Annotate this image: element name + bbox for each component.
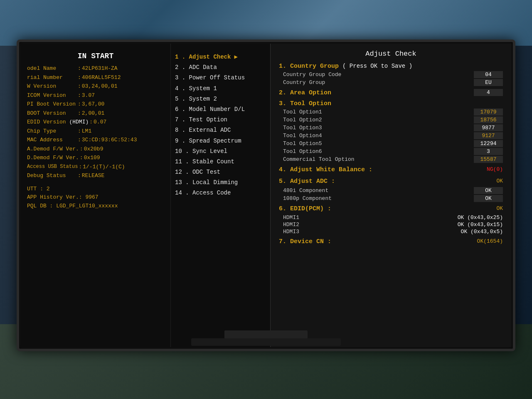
white-balance-label: 4. Adjust White Balance : xyxy=(279,166,372,173)
hdmi2-row: HDMI2 OK (0x43,0x15) xyxy=(279,222,503,228)
menu-item-model-number[interactable]: 6 . Model Number D/L xyxy=(175,104,266,115)
mac-address-value: 3C:CD:93:6C:52:43 xyxy=(82,136,137,144)
edid-label: 6. EDID(PCM) : xyxy=(279,205,331,212)
menu-item-label-2: 2 . ADC Data xyxy=(175,62,217,73)
a-demod-value: 0x20b9 xyxy=(84,145,103,153)
1080p-component-value: OK xyxy=(474,195,503,202)
d-demod-row: D.Demod F/W Ver. : 0x109 xyxy=(27,154,164,162)
app-history-label: APP History Ver.: 9967 xyxy=(27,193,164,202)
model-name-label: odel Name xyxy=(27,64,77,73)
menu-item-stable-count[interactable]: 11 . Stable Count xyxy=(175,157,266,167)
480i-component-value: OK xyxy=(474,187,503,194)
edid-header-row: 6. EDID(PCM) : OK xyxy=(279,203,503,214)
edid-version-label: EDID Version (HDMI) xyxy=(27,118,89,126)
pi-boot-label: PI Boot Version xyxy=(27,100,77,108)
tool-option3-row: Tool Option3 9877 xyxy=(279,124,503,131)
menu-item-system1[interactable]: 4 . System 1 xyxy=(175,84,266,94)
press-ok-label: ( Press OK to Save ) xyxy=(342,63,412,69)
debug-status-row: Debug Status : RELEASE xyxy=(27,172,164,180)
adjust-adc-value: OK xyxy=(470,178,503,184)
commercial-tool-option-value: 15587 xyxy=(474,156,503,163)
menu-item-local-dimming[interactable]: 13 . Local Dimming xyxy=(175,177,266,188)
utt-label: UTT : 2 xyxy=(27,185,164,194)
menu-item-adjust-check[interactable]: 1 . Adjust Check ▶ xyxy=(175,52,266,62)
in-start-title: IN START xyxy=(27,52,164,60)
device-cn-label: 7. Device CN : xyxy=(279,238,331,245)
tool-option2-label: Tool Option2 xyxy=(279,117,474,123)
edid-value: OK xyxy=(470,205,503,212)
menu-item-spread-spectrum[interactable]: 9 . Spread Spectrum xyxy=(175,136,266,146)
boot-version-row: BOOT Version : 2,00,01 xyxy=(27,109,164,118)
access-usb-label: Access USB Status xyxy=(27,163,78,171)
tool-option4-value: 9127 xyxy=(474,132,503,139)
menu-item-external-adc[interactable]: 8 . External ADC xyxy=(175,125,266,135)
country-group-code-value: 04 xyxy=(474,71,503,78)
area-option-label: 2. Area Option xyxy=(279,89,331,96)
menu-item-power-off[interactable]: 3 . Power Off Status xyxy=(175,73,266,83)
debug-status-label: Debug Status xyxy=(27,172,77,180)
country-group-code-label: Country Group Code xyxy=(279,71,474,78)
area-option-row: 2. Area Option 4 xyxy=(279,87,503,98)
tool-option1-label: Tool Option1 xyxy=(279,109,474,115)
hdmi2-label: HDMI2 xyxy=(279,222,458,228)
commercial-tool-option-label: Commercial Tool Option xyxy=(279,156,474,163)
menu-item-label-12: 12 . ODC Test xyxy=(175,167,220,177)
menu-item-label-5: 5 . System 2 xyxy=(175,94,217,104)
model-name-value: 42LP631H-ZA xyxy=(82,64,118,73)
icom-version-label: ICOM Version xyxy=(27,91,77,100)
debug-status-value: RELEASE xyxy=(82,172,105,180)
mac-address-label: MAC Address xyxy=(27,136,77,144)
tool-option3-label: Tool Option3 xyxy=(279,125,474,131)
middle-panel: 1 . Adjust Check ▶ 2 . ADC Data 3 . Powe… xyxy=(170,44,270,347)
adjust-adc-label: 5. Adjust ADC : xyxy=(279,178,335,185)
menu-item-label-9: 9 . Spread Spectrum xyxy=(175,136,241,146)
hdmi2-value: OK (0x43,0x15) xyxy=(458,222,503,228)
menu-item-sync-level[interactable]: 10 . Sync Level xyxy=(175,146,266,157)
tool-option1-value: 17079 xyxy=(474,108,503,116)
tool-option4-row: Tool Option4 9127 xyxy=(279,132,503,139)
menu-arrow-icon: ▶ xyxy=(234,52,237,62)
pql-db-label: PQL DB : LGD_PF_LGT10_xxxxxx xyxy=(27,202,164,211)
country-group-row: Country Group EU xyxy=(279,79,503,86)
access-usb-row: Access USB Status : 1/-1(T)/-1(C) xyxy=(27,163,164,171)
chip-type-label: Chip Type xyxy=(27,127,77,135)
480i-component-label: 480i Component xyxy=(279,187,474,194)
country-group-name-value: EU xyxy=(474,79,503,86)
hdmi1-row: HDMI1 OK (0x43,0x25) xyxy=(279,214,503,221)
a-demod-label: A.Demod F/W Ver. xyxy=(27,145,79,153)
device-cn-row: 7. Device CN : OK(1654) xyxy=(279,236,503,246)
menu-item-test-option[interactable]: 7 . Test Option xyxy=(175,115,266,125)
edid-version-value: 0.07 xyxy=(94,118,106,126)
pi-boot-value: 3,67,00 xyxy=(82,100,105,108)
tool-option6-value: 3 xyxy=(474,148,503,155)
menu-item-adc-data[interactable]: 2 . ADC Data xyxy=(175,62,266,73)
tool-option3-value: 9877 xyxy=(474,124,503,131)
adjust-adc-header-row: 5. Adjust ADC : OK xyxy=(279,175,503,186)
menu-item-label-3: 3 . Power Off Status xyxy=(175,73,245,83)
menu-item-access-code[interactable]: 14 . Access Code xyxy=(175,188,266,198)
menu-item-label-1: 1 . Adjust Check xyxy=(175,52,231,62)
menu-item-odc-test[interactable]: 12 . ODC Test xyxy=(175,167,266,177)
menu-item-label-11: 11 . Stable Count xyxy=(175,157,234,167)
menu-item-label-4: 4 . System 1 xyxy=(175,84,217,94)
country-group-name-label: Country Group xyxy=(279,79,474,86)
a-demod-row: A.Demod F/W Ver. : 0x20b9 xyxy=(27,145,164,153)
top-background xyxy=(0,0,532,46)
menu-item-label-7: 7 . Test Option xyxy=(175,115,227,125)
tv-screen: IN START odel Name : 42LP631H-ZA rial Nu… xyxy=(21,44,511,347)
menu-item-system2[interactable]: 5 . System 2 xyxy=(175,94,266,104)
tool-option5-label: Tool Option5 xyxy=(279,140,474,147)
serial-number-label: rial Number xyxy=(27,74,77,82)
serial-number-row: rial Number : 406RALL5F512 xyxy=(27,74,164,82)
right-panel: Adjust Check 1. Country Group ( Press OK… xyxy=(270,44,511,347)
tv-outer: IN START odel Name : 42LP631H-ZA rial Nu… xyxy=(0,0,532,399)
d-demod-label: D.Demod F/W Ver. xyxy=(27,154,79,162)
adjust-check-title: Adjust Check xyxy=(279,50,503,58)
1080p-component-label: 1080p Component xyxy=(279,195,474,202)
hdmi1-value: OK (0x43,0x25) xyxy=(458,214,503,221)
utt-section: UTT : 2 APP History Ver.: 9967 PQL DB : … xyxy=(27,185,164,211)
model-name-row: odel Name : 42LP631H-ZA xyxy=(27,64,164,73)
device-cn-value: OK(1654) xyxy=(470,238,503,244)
fw-version-value: 03,24,00,01 xyxy=(82,82,118,91)
fw-version-row: W Version : 03,24,00,01 xyxy=(27,82,164,91)
